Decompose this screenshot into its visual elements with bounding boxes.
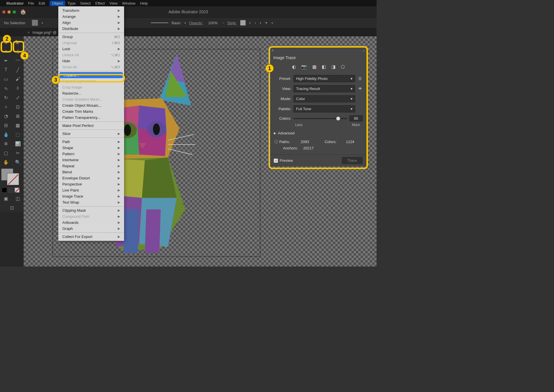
screen-mode-icon[interactable]: ◫ xyxy=(12,194,24,203)
menu-help[interactable]: Help xyxy=(140,1,148,5)
menu-item-collect-for-export[interactable]: Collect For Export▶ xyxy=(58,234,124,240)
style-label[interactable]: Style: xyxy=(227,21,237,25)
align-icon[interactable]: ⫞ xyxy=(254,20,256,25)
menu-item-pattern[interactable]: Pattern▶ xyxy=(58,151,124,157)
menu-item-arrange[interactable]: Arrange▶ xyxy=(58,14,124,20)
mode-select[interactable]: Color▾ xyxy=(293,95,355,102)
rectangle-tool[interactable]: ▭ xyxy=(0,74,12,84)
close-tab-icon[interactable]: × xyxy=(27,30,30,35)
colors-slider[interactable] xyxy=(293,118,347,119)
fill-stroke-control[interactable] xyxy=(1,168,23,186)
menu-item-repeat[interactable]: Repeat▶ xyxy=(58,163,124,169)
menu-type[interactable]: Type xyxy=(68,1,76,5)
menu-item-text-wrap[interactable]: Text Wrap▶ xyxy=(58,199,124,205)
preset-menu-icon[interactable]: ☰ xyxy=(358,76,363,81)
menu-item-slice[interactable]: Slice▶ xyxy=(58,131,124,137)
style-swatch[interactable] xyxy=(240,20,246,26)
chevron-right-icon[interactable]: › xyxy=(223,21,224,25)
menu-item-shape[interactable]: Shape▶ xyxy=(58,145,124,151)
collapse-panel-icon[interactable]: ‹‹ xyxy=(363,49,365,52)
trace-preset-icons[interactable]: ◐ 📷 ▦ ◧ ◨ ⬠ xyxy=(270,62,367,74)
edit-toolbar-icon[interactable]: ⊡ xyxy=(0,203,24,212)
menu-item-clipping-mask[interactable]: Clipping Mask▶ xyxy=(58,207,124,213)
menu-item-create-object-mosaic-[interactable]: Create Object Mosaic... xyxy=(58,102,124,108)
scale-tool[interactable]: ⤢ xyxy=(12,93,24,102)
line-tool[interactable]: ╱ xyxy=(12,65,24,74)
graph-tool[interactable]: 📊 xyxy=(12,139,24,148)
window-controls[interactable] xyxy=(2,10,16,14)
hand-tool[interactable]: ✋ xyxy=(0,157,12,167)
image-trace-panel[interactable]: ×‹‹ Image Trace ◐ 📷 ▦ ◧ ◨ ⬠ Preset: High… xyxy=(270,47,367,166)
menu-select[interactable]: Select xyxy=(80,1,91,5)
colors-value[interactable]: 85 xyxy=(349,115,363,121)
close-window-icon[interactable] xyxy=(2,10,5,14)
opacity-value[interactable]: 100% xyxy=(206,21,219,25)
view-select[interactable]: Tracing Result▾ xyxy=(293,85,355,92)
palette-select[interactable]: Full Tone▾ xyxy=(293,105,355,112)
magic-wand-tool[interactable]: ✦ xyxy=(0,47,12,56)
menu-effect[interactable]: Effect xyxy=(95,1,105,5)
menu-object[interactable]: Object xyxy=(50,1,65,6)
blend-tool[interactable]: ⬚ xyxy=(12,130,24,139)
menu-item-path[interactable]: Path▶ xyxy=(58,139,124,145)
eye-icon[interactable]: 👁 xyxy=(358,87,363,91)
preset-select[interactable]: High Fidelity Photo▾ xyxy=(293,75,355,82)
screen-mode-icon[interactable]: ▣ xyxy=(0,194,12,203)
tab-name[interactable]: Image.png* @ xyxy=(33,30,57,35)
menu-item-lock[interactable]: Lock▶ xyxy=(58,46,124,52)
opacity-label[interactable]: Opacity: xyxy=(189,21,203,25)
maximize-window-icon[interactable] xyxy=(13,10,16,14)
home-icon[interactable]: 🏠 xyxy=(20,9,26,15)
menu-item-group[interactable]: Group⌘G xyxy=(58,34,124,40)
menu-item-transform[interactable]: Transform▶ xyxy=(58,7,124,14)
low-color-icon[interactable]: ▦ xyxy=(312,64,317,70)
menu-item-expand-[interactable]: Expand... xyxy=(59,72,123,78)
chevron-down-icon[interactable]: ▾ xyxy=(42,21,43,25)
menu-item-perspective[interactable]: Perspective▶ xyxy=(58,181,124,187)
preview-checkbox[interactable]: ✓Preview xyxy=(274,158,293,163)
slice-tool[interactable]: ✂ xyxy=(12,148,24,157)
menu-item-artboards[interactable]: Artboards▶ xyxy=(58,220,124,226)
high-color-icon[interactable]: 📷 xyxy=(301,64,307,70)
menu-item-live-paint[interactable]: Live Paint▶ xyxy=(58,187,124,193)
brush-name[interactable]: Basic xyxy=(172,21,181,25)
chevron-down-icon[interactable]: ▾ xyxy=(184,21,186,25)
menu-file[interactable]: File xyxy=(28,1,34,5)
grayscale-icon[interactable]: ◧ xyxy=(322,64,326,70)
perspective-tool[interactable]: ⊞ xyxy=(12,111,24,121)
symbol-sprayer-tool[interactable]: ✲ xyxy=(0,139,12,148)
color-mode-swatches[interactable] xyxy=(2,187,22,193)
width-tool[interactable]: ⟐ xyxy=(0,102,12,111)
free-transform-tool[interactable]: ⊡ xyxy=(12,102,24,111)
menu-edit[interactable]: Edit xyxy=(39,1,45,5)
object-menu-dropdown[interactable]: Transform▶Arrange▶Align▶Distribute▶Group… xyxy=(58,6,124,241)
auto-color-icon[interactable]: ◐ xyxy=(292,64,296,70)
menu-item-align[interactable]: Align▶ xyxy=(58,20,124,26)
fill-swatch[interactable] xyxy=(32,20,38,26)
gradient-tool[interactable]: ▦ xyxy=(12,121,24,130)
menu-item-flatten-transparency-[interactable]: Flatten Transparency... xyxy=(58,115,124,121)
close-panel-icon[interactable]: × xyxy=(272,48,274,52)
menu-item-graph[interactable]: Graph▶ xyxy=(58,226,124,232)
recolor-icon[interactable]: ✦ xyxy=(265,20,268,25)
outline-icon[interactable]: ⬠ xyxy=(341,64,345,70)
menu-item-image-trace[interactable]: Image Trace▶ xyxy=(58,193,124,199)
minimize-window-icon[interactable] xyxy=(8,10,11,14)
direct-selection-tool[interactable] xyxy=(12,37,24,47)
artboard-tool[interactable]: ▢ xyxy=(0,148,12,157)
bw-icon[interactable]: ◨ xyxy=(331,64,336,70)
menu-view[interactable]: View xyxy=(109,1,117,5)
pen-tool[interactable]: ✒ xyxy=(0,56,12,65)
menu-window[interactable]: Window xyxy=(122,1,135,5)
menu-item-rasterize-[interactable]: Rasterize... xyxy=(58,90,124,96)
stroke-preview[interactable] xyxy=(151,21,168,25)
mesh-tool[interactable]: ⊟ xyxy=(0,121,12,130)
shape-builder-tool[interactable]: ◔ xyxy=(0,111,12,121)
trace-button[interactable]: Trace xyxy=(342,157,363,164)
menu-item-make-pixel-perfect[interactable]: Make Pixel Perfect xyxy=(58,123,124,129)
chevron-down-icon[interactable]: ▾ xyxy=(249,21,251,25)
menu-item-envelope-distort[interactable]: Envelope Distort▶ xyxy=(58,175,124,181)
menu-item-intertwine[interactable]: Intertwine▶ xyxy=(58,157,124,163)
menu-item-distribute[interactable]: Distribute▶ xyxy=(58,26,124,32)
eyedropper-tool[interactable]: 💧 xyxy=(0,130,12,139)
